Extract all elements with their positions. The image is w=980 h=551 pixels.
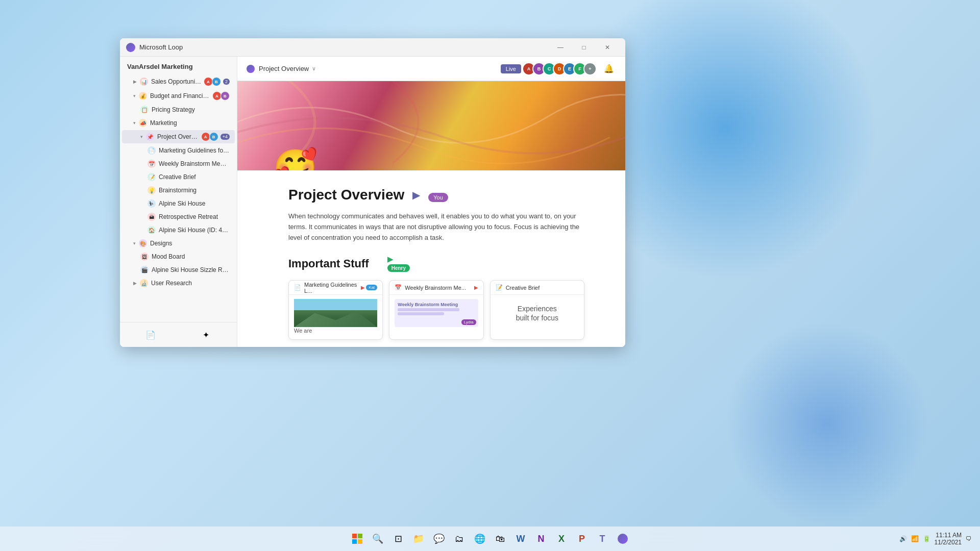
card-body: We are xyxy=(289,295,382,339)
breadcrumb-chevron: ∨ xyxy=(312,65,316,72)
creative-brief-card[interactable]: 📝 Creative Brief Experiencesbuilt for fo… xyxy=(490,280,584,339)
network-icon: 📶 xyxy=(911,535,919,542)
sidebar-item-label: Mood Board xyxy=(152,253,230,260)
loop-button[interactable] xyxy=(614,530,632,548)
sidebar-item-alpine-id[interactable]: 🏠 Alpine Ski House (ID: 487... xyxy=(122,224,235,236)
taskbar: 🔍 ⊡ 📁 💬 🗂 🌐 🛍 W N X P T 🔊 📶 🔋 11:11 AM 1… xyxy=(0,527,980,551)
files-button[interactable]: 🗂 xyxy=(450,530,469,548)
battery-icon: 🔋 xyxy=(923,535,930,542)
collaborator-avatars: A B C D E F + xyxy=(525,62,597,76)
avatar: B xyxy=(220,91,230,101)
sidebar-item-label: Creative Brief xyxy=(159,173,230,181)
sidebar-item-label: Pricing Strategy xyxy=(152,106,230,113)
sidebar-item-label: Weekly Brainstorm Meeting xyxy=(159,160,230,167)
powerpoint-button[interactable]: P xyxy=(573,530,591,548)
excel-button[interactable]: X xyxy=(552,530,571,548)
you-bubble: You xyxy=(428,193,448,202)
sidebar-item-sales-opportunities[interactable]: ▶ 📊 Sales Opportunities A B 2 xyxy=(122,75,235,88)
cal-icon: 📅 xyxy=(148,160,156,168)
sidebar-item-alpine-ski[interactable]: ⛷ Alpine Ski House xyxy=(122,197,235,210)
date: 11/2/2021 xyxy=(935,539,962,546)
svg-rect-2 xyxy=(352,539,357,544)
chat-button[interactable]: 💬 xyxy=(430,530,448,548)
designs-icon: 🎨 xyxy=(139,239,147,247)
sidebar-item-user-research[interactable]: ▶ 🔬 User Research xyxy=(122,277,235,289)
main-content-area: Project Overview ∨ Live A B C D E F + 🔔 xyxy=(237,57,625,347)
sidebar-item-brainstorming[interactable]: 💡 Brainstorming xyxy=(122,184,235,196)
app-content: VanArsdel Marketing ▶ 📊 Sales Opportunit… xyxy=(120,57,625,347)
start-button[interactable] xyxy=(348,530,366,548)
svg-rect-0 xyxy=(352,534,357,538)
schedule-line xyxy=(398,312,444,315)
sidebar-item-mood-board[interactable]: 🖼 Mood Board xyxy=(122,251,235,263)
schedule-line xyxy=(398,308,459,311)
pricing-icon: 📋 xyxy=(140,106,149,114)
sidebar-bottom: 📄 ✦ xyxy=(120,322,237,347)
page-description: When technology communicates and behaves… xyxy=(288,211,584,243)
live-badge: Live xyxy=(501,64,521,73)
badge: +4 xyxy=(220,134,230,140)
close-button[interactable]: ✕ xyxy=(596,38,619,57)
search-button[interactable]: 🔍 xyxy=(369,530,387,548)
app-title: Microsoft Loop xyxy=(139,43,183,51)
play-cursor-icon: ▶ xyxy=(412,189,420,201)
chevron-right-icon: ▶ xyxy=(133,79,137,84)
file-explorer-button[interactable]: 📁 xyxy=(409,530,428,548)
sidebar-item-retrospective[interactable]: 🏔 Retrospective Retreat xyxy=(122,211,235,223)
avatar: B xyxy=(209,132,218,141)
sidebar-item-marketing[interactable]: ▾ 📣 Marketing xyxy=(122,117,235,129)
onenote-button[interactable]: N xyxy=(532,530,550,548)
sidebar-item-pricing-strategy[interactable]: 📋 Pricing Strategy xyxy=(122,104,235,116)
clock: 11:11 AM 11/2/2021 xyxy=(935,532,962,546)
sidebar-item-label: Alpine Ski House xyxy=(159,200,230,207)
sidebar-item-designs[interactable]: ▾ 🎨 Designs xyxy=(122,237,235,249)
weekly-brainstorm-card[interactable]: 📅 Weekly Brainstorm Me... ▶ Weekly Brain… xyxy=(389,280,483,339)
breadcrumb: Project Overview ∨ xyxy=(246,64,316,74)
notification-icon: 🗨 xyxy=(966,535,972,542)
section-title-text: Important Stuff xyxy=(288,257,369,270)
notifications-button[interactable]: 🔔 xyxy=(601,61,617,77)
sidebar-item-creative-brief[interactable]: 📝 Creative Brief xyxy=(122,171,235,183)
task-view-button[interactable]: ⊡ xyxy=(389,530,407,548)
sidebar-item-project-overview[interactable]: ▾ 📌 Project Overview A B +4 xyxy=(122,130,235,143)
marketing-guidelines-card[interactable]: ▶ Elvia 📄 Marketing Guidelines L... ▶ Ka… xyxy=(288,280,383,339)
teams-button[interactable]: T xyxy=(593,530,611,548)
kat-cursor-icon: ▶ xyxy=(361,285,365,290)
card-preview: Experiencesbuilt for focus xyxy=(496,299,579,327)
templates-button[interactable]: ✦ xyxy=(180,327,233,343)
schedule-preview: Weekly Brainstorm Meeting Lydia xyxy=(395,299,478,327)
card-body: Experiencesbuilt for focus xyxy=(491,295,584,331)
doc-icon: 📄 xyxy=(148,146,156,155)
ski-icon: ⛷ xyxy=(148,199,156,208)
page-title: Project Overview xyxy=(288,187,404,203)
card-icon: 📅 xyxy=(395,284,402,291)
research-icon: 🔬 xyxy=(140,279,148,287)
schedule-title: Weekly Brainstorm Meeting xyxy=(398,302,475,307)
henry-cursor-icon: ▶ xyxy=(387,255,393,263)
word-button[interactable]: W xyxy=(511,530,530,548)
sidebar-item-label: Sales Opportunities xyxy=(151,78,203,85)
app-window: Microsoft Loop — □ ✕ VanArsdel Marketing… xyxy=(120,38,625,347)
sidebar-item-label: Project Overview xyxy=(157,133,200,140)
card-title: Creative Brief xyxy=(506,285,540,291)
sidebar-item-sizzle[interactable]: 🎬 Alpine Ski House Sizzle Re... xyxy=(122,264,235,276)
card-text: We are xyxy=(294,327,377,335)
alpine-id-icon: 🏠 xyxy=(148,226,156,234)
sidebar-item-weekly-brainstorm[interactable]: 📅 Weekly Brainstorm Meeting xyxy=(122,158,235,170)
sidebar-item-label: Brainstorming xyxy=(159,187,230,194)
store-button[interactable]: 🛍 xyxy=(491,530,509,548)
minimize-button[interactable]: — xyxy=(549,38,572,57)
pages-button[interactable]: 📄 xyxy=(124,327,178,343)
taskbar-right: 🔊 📶 🔋 11:11 AM 11/2/2021 🗨 xyxy=(899,532,972,546)
top-bar: Project Overview ∨ Live A B C D E F + 🔔 xyxy=(237,57,625,81)
card-header: 📝 Creative Brief xyxy=(491,281,584,295)
page-body: Project Overview ▶ You When technology c… xyxy=(237,170,625,347)
sidebar-item-budget[interactable]: ▾ 💰 Budget and Financial Projecti... A B xyxy=(122,89,235,103)
sidebar-item-marketing-guidelines[interactable]: 📄 Marketing Guidelines fo V... xyxy=(122,144,235,157)
edge-button[interactable]: 🌐 xyxy=(471,530,489,548)
sidebar-item-label: Marketing xyxy=(150,119,230,127)
kat-label: Kat xyxy=(366,285,377,290)
title-bar: Microsoft Loop — □ ✕ xyxy=(120,38,625,57)
svg-rect-3 xyxy=(358,539,362,544)
maximize-button[interactable]: □ xyxy=(572,38,596,57)
